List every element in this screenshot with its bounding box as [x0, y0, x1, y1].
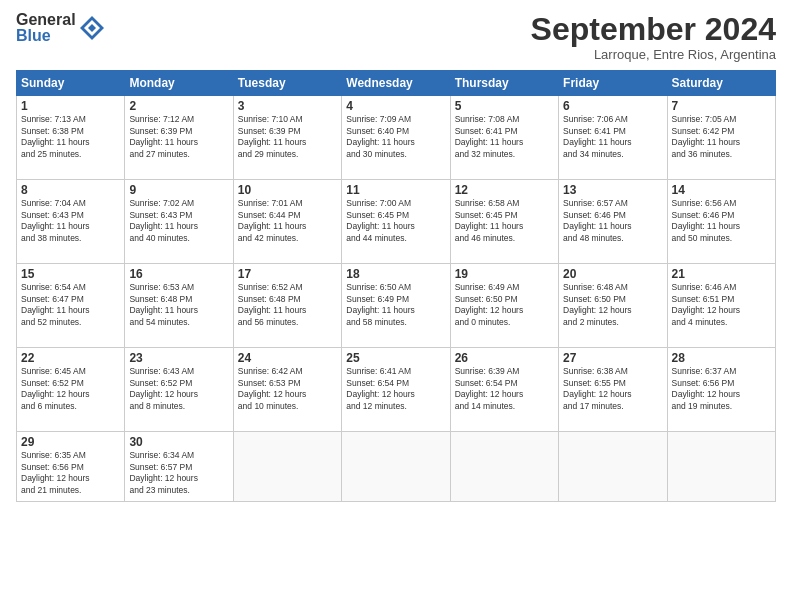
calendar-cell: 26Sunrise: 6:39 AMSunset: 6:54 PMDayligh…: [450, 348, 558, 432]
calendar-cell: 16Sunrise: 6:53 AMSunset: 6:48 PMDayligh…: [125, 264, 233, 348]
day-number: 6: [563, 99, 662, 113]
day-number: 10: [238, 183, 337, 197]
calendar-cell: 15Sunrise: 6:54 AMSunset: 6:47 PMDayligh…: [17, 264, 125, 348]
calendar-cell: [233, 432, 341, 502]
cell-details: Sunrise: 7:04 AMSunset: 6:43 PMDaylight:…: [21, 198, 120, 244]
cell-details: Sunrise: 6:45 AMSunset: 6:52 PMDaylight:…: [21, 366, 120, 412]
calendar-cell: 11Sunrise: 7:00 AMSunset: 6:45 PMDayligh…: [342, 180, 450, 264]
cell-details: Sunrise: 6:38 AMSunset: 6:55 PMDaylight:…: [563, 366, 662, 412]
cell-details: Sunrise: 6:39 AMSunset: 6:54 PMDaylight:…: [455, 366, 554, 412]
calendar-cell: 13Sunrise: 6:57 AMSunset: 6:46 PMDayligh…: [559, 180, 667, 264]
day-number: 16: [129, 267, 228, 281]
cell-details: Sunrise: 7:01 AMSunset: 6:44 PMDaylight:…: [238, 198, 337, 244]
calendar-body: 1Sunrise: 7:13 AMSunset: 6:38 PMDaylight…: [17, 96, 776, 502]
calendar-cell: [667, 432, 775, 502]
cell-details: Sunrise: 6:37 AMSunset: 6:56 PMDaylight:…: [672, 366, 771, 412]
calendar-cell: 29Sunrise: 6:35 AMSunset: 6:56 PMDayligh…: [17, 432, 125, 502]
day-number: 9: [129, 183, 228, 197]
calendar-cell: 4Sunrise: 7:09 AMSunset: 6:40 PMDaylight…: [342, 96, 450, 180]
calendar-cell: 5Sunrise: 7:08 AMSunset: 6:41 PMDaylight…: [450, 96, 558, 180]
cell-details: Sunrise: 6:35 AMSunset: 6:56 PMDaylight:…: [21, 450, 120, 496]
cell-details: Sunrise: 6:41 AMSunset: 6:54 PMDaylight:…: [346, 366, 445, 412]
calendar-cell: 8Sunrise: 7:04 AMSunset: 6:43 PMDaylight…: [17, 180, 125, 264]
calendar-cell: 9Sunrise: 7:02 AMSunset: 6:43 PMDaylight…: [125, 180, 233, 264]
day-number: 25: [346, 351, 445, 365]
day-number: 23: [129, 351, 228, 365]
day-number: 7: [672, 99, 771, 113]
day-number: 8: [21, 183, 120, 197]
cell-details: Sunrise: 7:13 AMSunset: 6:38 PMDaylight:…: [21, 114, 120, 160]
day-number: 26: [455, 351, 554, 365]
calendar-table: SundayMondayTuesdayWednesdayThursdayFrid…: [16, 70, 776, 502]
day-header-wednesday: Wednesday: [342, 71, 450, 96]
day-header-friday: Friday: [559, 71, 667, 96]
day-number: 19: [455, 267, 554, 281]
day-header-sunday: Sunday: [17, 71, 125, 96]
calendar-cell: 25Sunrise: 6:41 AMSunset: 6:54 PMDayligh…: [342, 348, 450, 432]
header-row: SundayMondayTuesdayWednesdayThursdayFrid…: [17, 71, 776, 96]
cell-details: Sunrise: 6:46 AMSunset: 6:51 PMDaylight:…: [672, 282, 771, 328]
calendar-cell: 24Sunrise: 6:42 AMSunset: 6:53 PMDayligh…: [233, 348, 341, 432]
cell-details: Sunrise: 7:05 AMSunset: 6:42 PMDaylight:…: [672, 114, 771, 160]
week-row-0: 1Sunrise: 7:13 AMSunset: 6:38 PMDaylight…: [17, 96, 776, 180]
calendar-cell: 18Sunrise: 6:50 AMSunset: 6:49 PMDayligh…: [342, 264, 450, 348]
day-number: 24: [238, 351, 337, 365]
week-row-2: 15Sunrise: 6:54 AMSunset: 6:47 PMDayligh…: [17, 264, 776, 348]
cell-details: Sunrise: 7:06 AMSunset: 6:41 PMDaylight:…: [563, 114, 662, 160]
cell-details: Sunrise: 6:48 AMSunset: 6:50 PMDaylight:…: [563, 282, 662, 328]
cell-details: Sunrise: 6:53 AMSunset: 6:48 PMDaylight:…: [129, 282, 228, 328]
day-number: 13: [563, 183, 662, 197]
header: General Blue September 2024 Larroque, En…: [16, 12, 776, 62]
cell-details: Sunrise: 6:58 AMSunset: 6:45 PMDaylight:…: [455, 198, 554, 244]
day-header-thursday: Thursday: [450, 71, 558, 96]
day-number: 1: [21, 99, 120, 113]
calendar-cell: 19Sunrise: 6:49 AMSunset: 6:50 PMDayligh…: [450, 264, 558, 348]
logo: General Blue: [16, 12, 106, 44]
month-title: September 2024: [531, 12, 776, 47]
day-number: 3: [238, 99, 337, 113]
calendar-cell: 10Sunrise: 7:01 AMSunset: 6:44 PMDayligh…: [233, 180, 341, 264]
logo-blue: Blue: [16, 28, 76, 44]
calendar-header: SundayMondayTuesdayWednesdayThursdayFrid…: [17, 71, 776, 96]
day-header-saturday: Saturday: [667, 71, 775, 96]
calendar-cell: 20Sunrise: 6:48 AMSunset: 6:50 PMDayligh…: [559, 264, 667, 348]
calendar-cell: 30Sunrise: 6:34 AMSunset: 6:57 PMDayligh…: [125, 432, 233, 502]
calendar-cell: 7Sunrise: 7:05 AMSunset: 6:42 PMDaylight…: [667, 96, 775, 180]
cell-details: Sunrise: 6:34 AMSunset: 6:57 PMDaylight:…: [129, 450, 228, 496]
calendar-cell: 22Sunrise: 6:45 AMSunset: 6:52 PMDayligh…: [17, 348, 125, 432]
cell-details: Sunrise: 6:50 AMSunset: 6:49 PMDaylight:…: [346, 282, 445, 328]
day-number: 2: [129, 99, 228, 113]
calendar-cell: [559, 432, 667, 502]
day-number: 14: [672, 183, 771, 197]
day-number: 18: [346, 267, 445, 281]
cell-details: Sunrise: 6:43 AMSunset: 6:52 PMDaylight:…: [129, 366, 228, 412]
title-area: September 2024 Larroque, Entre Rios, Arg…: [531, 12, 776, 62]
page: General Blue September 2024 Larroque, En…: [0, 0, 792, 612]
cell-details: Sunrise: 6:54 AMSunset: 6:47 PMDaylight:…: [21, 282, 120, 328]
day-number: 29: [21, 435, 120, 449]
day-number: 11: [346, 183, 445, 197]
cell-details: Sunrise: 6:49 AMSunset: 6:50 PMDaylight:…: [455, 282, 554, 328]
calendar-cell: 6Sunrise: 7:06 AMSunset: 6:41 PMDaylight…: [559, 96, 667, 180]
week-row-3: 22Sunrise: 6:45 AMSunset: 6:52 PMDayligh…: [17, 348, 776, 432]
calendar-cell: 12Sunrise: 6:58 AMSunset: 6:45 PMDayligh…: [450, 180, 558, 264]
day-number: 30: [129, 435, 228, 449]
cell-details: Sunrise: 7:12 AMSunset: 6:39 PMDaylight:…: [129, 114, 228, 160]
calendar-cell: 14Sunrise: 6:56 AMSunset: 6:46 PMDayligh…: [667, 180, 775, 264]
day-number: 4: [346, 99, 445, 113]
cell-details: Sunrise: 6:57 AMSunset: 6:46 PMDaylight:…: [563, 198, 662, 244]
calendar-cell: [342, 432, 450, 502]
cell-details: Sunrise: 7:02 AMSunset: 6:43 PMDaylight:…: [129, 198, 228, 244]
cell-details: Sunrise: 7:08 AMSunset: 6:41 PMDaylight:…: [455, 114, 554, 160]
day-number: 28: [672, 351, 771, 365]
calendar-cell: 17Sunrise: 6:52 AMSunset: 6:48 PMDayligh…: [233, 264, 341, 348]
calendar-cell: 2Sunrise: 7:12 AMSunset: 6:39 PMDaylight…: [125, 96, 233, 180]
day-header-tuesday: Tuesday: [233, 71, 341, 96]
day-number: 5: [455, 99, 554, 113]
calendar-cell: [450, 432, 558, 502]
cell-details: Sunrise: 7:10 AMSunset: 6:39 PMDaylight:…: [238, 114, 337, 160]
calendar-cell: 1Sunrise: 7:13 AMSunset: 6:38 PMDaylight…: [17, 96, 125, 180]
cell-details: Sunrise: 6:56 AMSunset: 6:46 PMDaylight:…: [672, 198, 771, 244]
day-number: 12: [455, 183, 554, 197]
calendar-cell: 28Sunrise: 6:37 AMSunset: 6:56 PMDayligh…: [667, 348, 775, 432]
